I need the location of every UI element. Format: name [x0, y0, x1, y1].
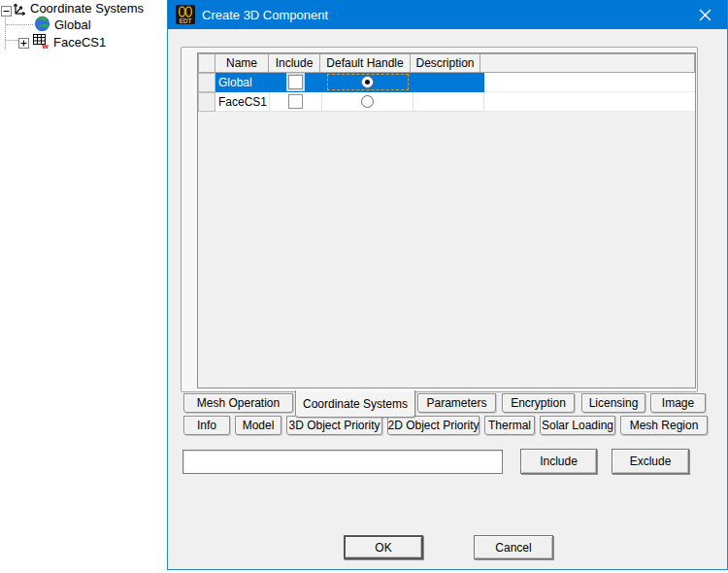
default-handle-radio-global[interactable]	[361, 76, 374, 88]
cell-description-facecs1[interactable]	[414, 92, 484, 112]
tab-mesh-region[interactable]: Mesh Region	[620, 416, 708, 435]
table-row-facecs1[interactable]: FaceCS1	[198, 92, 695, 112]
cell-name-global[interactable]: Global	[215, 73, 270, 92]
tree-item-facecs1[interactable]: FaceCS1	[53, 35, 106, 50]
header-default-handle: Default Handle	[319, 53, 411, 73]
grid-header-row: Name Include Default Handle Description	[198, 53, 695, 73]
cell-default-handle-facecs1	[322, 92, 414, 112]
close-icon[interactable]	[683, 0, 727, 29]
coordinate-systems-grid: Name Include Default Handle Description …	[197, 52, 696, 388]
filter-input[interactable]	[182, 450, 503, 474]
tab-encryption[interactable]: Encryption	[502, 393, 575, 413]
tab-thermal[interactable]: Thermal	[484, 416, 535, 435]
include-checkbox-facecs1[interactable]	[288, 94, 303, 109]
tab-coordinate-systems[interactable]: Coordinate Systems	[295, 390, 415, 418]
table-row-global[interactable]: Global	[198, 73, 695, 92]
row-selector-global[interactable]	[198, 73, 215, 92]
tab-parameters[interactable]: Parameters	[417, 393, 496, 413]
tree-item-global[interactable]: Global	[54, 17, 91, 32]
cell-include-facecs1	[270, 92, 322, 112]
focus-ring	[327, 74, 409, 90]
tab-3d-object-priority[interactable]: 3D Object Priority	[286, 416, 382, 435]
tab-licensing[interactable]: Licensing	[581, 393, 645, 413]
expand-expander-icon[interactable]	[18, 35, 29, 52]
cell-description-global[interactable]	[414, 73, 484, 92]
edt-app-icon: EDT	[176, 5, 195, 24]
dialog-titlebar: EDT Create 3D Component	[168, 0, 727, 29]
tab-solar-loading[interactable]: Solar Loading	[540, 416, 615, 435]
svg-text:EDT: EDT	[180, 17, 192, 24]
header-filler	[480, 53, 695, 73]
tree-connector-facecs1	[6, 40, 18, 41]
exclude-button[interactable]: Exclude	[612, 449, 689, 474]
cell-name-facecs1[interactable]: FaceCS1	[215, 92, 270, 112]
face-grid-icon: w	[32, 32, 49, 53]
include-checkbox-global[interactable]	[288, 75, 303, 89]
coordinate-axes-icon	[12, 1, 27, 20]
dialog-title: Create 3D Component	[202, 8, 328, 22]
tab-2d-object-priority[interactable]: 2D Object Priority	[387, 416, 480, 435]
create-3d-component-dialog: EDT Create 3D Component Name Include Def…	[167, 0, 728, 570]
header-name: Name	[215, 53, 269, 73]
tab-model[interactable]: Model	[235, 416, 281, 435]
tab-info[interactable]: Info	[183, 416, 230, 435]
include-button[interactable]: Include	[520, 449, 597, 474]
cell-default-handle-global	[322, 73, 414, 92]
collapse-expander-icon[interactable]	[1, 3, 12, 20]
row-selector-facecs1[interactable]	[198, 92, 215, 112]
tree-connector-global	[6, 24, 33, 25]
cell-filler	[484, 92, 695, 112]
header-row-selector	[198, 53, 215, 73]
cell-include-global	[270, 73, 322, 92]
header-description: Description	[410, 53, 480, 73]
default-handle-radio-facecs1[interactable]	[361, 95, 374, 108]
tab-image[interactable]: Image	[650, 393, 706, 413]
svg-text:w: w	[42, 42, 50, 50]
tab-mesh-operation[interactable]: Mesh Operation	[183, 393, 293, 413]
header-include: Include	[268, 53, 320, 73]
cancel-button[interactable]: Cancel	[474, 535, 553, 559]
ok-button[interactable]: OK	[344, 535, 423, 559]
tree-item-coordinate-systems[interactable]: Coordinate Systems	[30, 1, 144, 16]
cell-filler	[484, 73, 695, 92]
project-tree: Coordinate Systems Global w FaceCS1	[0, 0, 167, 126]
